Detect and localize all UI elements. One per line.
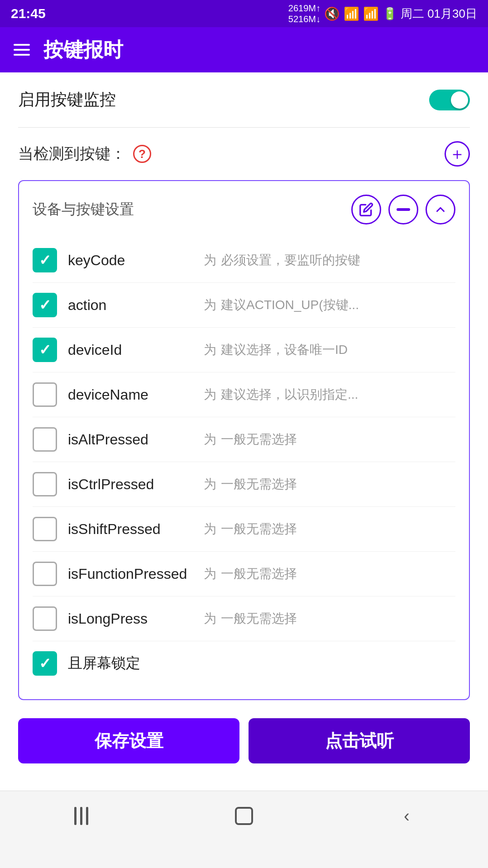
status-time: 21:45 <box>11 6 46 21</box>
for-label-isLongPress: 为 <box>204 610 216 627</box>
for-label-action: 为 <box>204 296 216 314</box>
toggle-label: 启用按键监控 <box>18 89 116 111</box>
menu-line-3 <box>14 54 30 56</box>
edit-button[interactable] <box>351 195 381 224</box>
checkbox-deviceName[interactable] <box>33 382 57 407</box>
home-icon <box>235 807 253 825</box>
field-desc-isCtrlPressed: 一般无需选择 <box>221 476 455 493</box>
checkbox-row-deviceId: deviceId为建议选择，设备唯一ID <box>33 327 455 372</box>
field-desc-deviceId: 建议选择，设备唯一ID <box>221 341 455 358</box>
checkbox-row-isAltPressed: isAltPressed为一般无需选择 <box>33 417 455 462</box>
field-desc-isAltPressed: 一般无需选择 <box>221 431 455 448</box>
menu-line-2 <box>14 49 30 51</box>
detect-label: 当检测到按键： <box>18 143 126 164</box>
settings-card: 设备与按键设置 <box>18 180 470 700</box>
checkbox-row-action: action为建议ACTION_UP(按键... <box>33 282 455 327</box>
minus-button[interactable] <box>388 195 418 224</box>
checkbox-isLongPress[interactable] <box>33 606 57 631</box>
detect-label-area: 当检测到按键： ? <box>18 143 151 164</box>
mute-icon: 🔇 <box>324 6 340 21</box>
status-right: 2619M↑ 5216M↓ 🔇 📶 📶 🔋 周二 01月30日 <box>288 3 477 24</box>
field-desc-isShiftPressed: 一般无需选择 <box>221 520 455 538</box>
menu-line-1 <box>14 44 30 46</box>
checkbox-screenLocked[interactable] <box>33 651 57 676</box>
field-name-isShiftPressed: isShiftPressed <box>68 521 195 538</box>
date-info: 周二 01月30日 <box>401 6 477 22</box>
for-label-isFunctionPressed: 为 <box>204 565 216 582</box>
field-name-deviceId: deviceId <box>68 342 195 358</box>
back-button[interactable]: ‹ <box>388 802 425 830</box>
checkbox-isCtrlPressed[interactable] <box>33 472 57 496</box>
status-bar: 21:45 2619M↑ 5216M↓ 🔇 📶 📶 🔋 周二 01月30日 <box>0 0 488 27</box>
card-header: 设备与按键设置 <box>33 195 455 224</box>
field-name-deviceName: deviceName <box>68 386 195 403</box>
checkbox-row-isCtrlPressed: isCtrlPressed为一般无需选择 <box>33 462 455 506</box>
toggle-row: 启用按键监控 <box>18 72 470 128</box>
field-name-isLongPress: isLongPress <box>68 610 195 627</box>
for-label-isCtrlPressed: 为 <box>204 476 216 493</box>
menu-button[interactable] <box>14 44 30 56</box>
svg-rect-0 <box>397 208 410 211</box>
field-name-action: action <box>68 297 195 314</box>
checkbox-action[interactable] <box>33 293 57 317</box>
field-desc-isFunctionPressed: 一般无需选择 <box>221 565 455 582</box>
for-label-deviceName: 为 <box>204 386 216 403</box>
checkbox-row-deviceName: deviceName为建议选择，以识别指定... <box>33 372 455 417</box>
field-desc-isLongPress: 一般无需选择 <box>221 610 455 627</box>
test-button[interactable]: 点击试听 <box>249 718 470 763</box>
checkbox-row-isLongPress: isLongPress为一般无需选择 <box>33 596 455 641</box>
for-label-keyCode: 为 <box>204 252 216 269</box>
for-label-isShiftPressed: 为 <box>204 520 216 538</box>
field-desc-keyCode: 必须设置，要监听的按键 <box>221 252 455 269</box>
field-desc-deviceName: 建议选择，以识别指定... <box>221 386 455 403</box>
minus-icon <box>397 208 410 211</box>
field-name-isCtrlPressed: isCtrlPressed <box>68 476 195 493</box>
edit-icon <box>359 202 373 217</box>
main-content: 启用按键监控 当检测到按键： ? ＋ 设备与按键设置 <box>0 72 488 791</box>
mem-info: 2619M↑ 5216M↓ <box>288 3 321 24</box>
checkbox-row-screenLocked: 且屏幕锁定 <box>33 641 455 686</box>
page-title: 按键报时 <box>43 37 123 63</box>
enable-toggle[interactable] <box>429 90 470 110</box>
checkbox-keyCode[interactable] <box>33 248 57 272</box>
nav-bar: ‹ <box>0 791 488 840</box>
chevron-up-icon <box>434 203 447 216</box>
checkbox-isAltPressed[interactable] <box>33 427 57 452</box>
wifi-icon: 📶 <box>344 6 359 21</box>
field-name-isFunctionPressed: isFunctionPressed <box>68 566 195 582</box>
add-button[interactable]: ＋ <box>445 141 470 167</box>
for-label-deviceId: 为 <box>204 341 216 358</box>
home-button[interactable] <box>226 802 262 830</box>
checkbox-deviceId[interactable] <box>33 338 57 362</box>
field-name-screenLocked: 且屏幕锁定 <box>68 653 195 673</box>
detect-row: 当检测到按键： ? ＋ <box>18 128 470 176</box>
checkbox-row-keyCode: keyCode为必须设置，要监听的按键 <box>33 238 455 282</box>
recent-apps-button[interactable] <box>63 802 100 830</box>
checkbox-isFunctionPressed[interactable] <box>33 562 57 586</box>
checkbox-row-isShiftPressed: isShiftPressed为一般无需选择 <box>33 506 455 551</box>
card-title: 设备与按键设置 <box>33 200 134 219</box>
checkbox-isShiftPressed[interactable] <box>33 517 57 541</box>
field-name-keyCode: keyCode <box>68 252 195 269</box>
save-button[interactable]: 保存设置 <box>18 718 239 763</box>
checkbox-row-isFunctionPressed: isFunctionPressed为一般无需选择 <box>33 551 455 596</box>
back-icon: ‹ <box>404 807 410 825</box>
top-app-bar: 按键报时 <box>0 27 488 72</box>
for-label-isAltPressed: 为 <box>204 431 216 448</box>
checkbox-list: keyCode为必须设置，要监听的按键action为建议ACTION_UP(按键… <box>33 238 455 686</box>
up-button[interactable] <box>426 195 455 224</box>
field-desc-action: 建议ACTION_UP(按键... <box>221 296 455 314</box>
card-actions <box>351 195 455 224</box>
field-name-isAltPressed: isAltPressed <box>68 431 195 448</box>
battery-icon: 🔋 <box>383 7 397 21</box>
bottom-buttons: 保存设置 点击试听 <box>18 700 470 773</box>
signal-icon: 📶 <box>363 6 379 21</box>
recent-apps-icon <box>74 807 88 825</box>
help-icon[interactable]: ? <box>133 145 151 163</box>
